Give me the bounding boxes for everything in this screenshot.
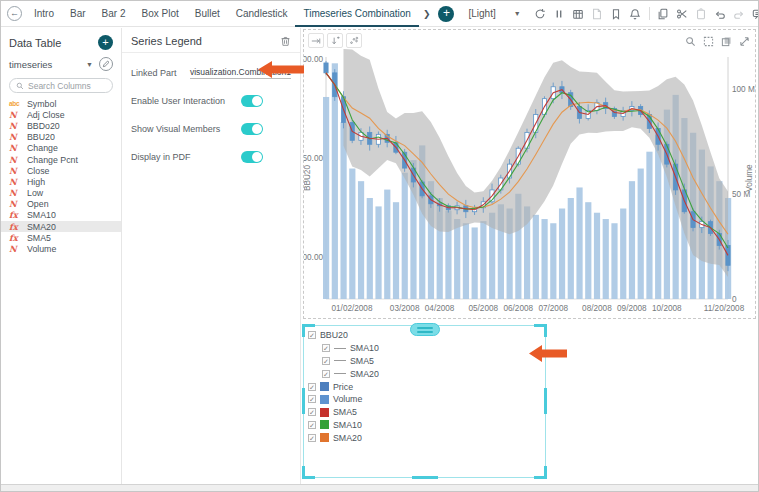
column-item-sma5[interactable]: fxSMA5 xyxy=(1,232,121,243)
legend-label: SMA20 xyxy=(333,433,362,443)
checkbox-checked[interactable]: ✓ xyxy=(322,357,330,365)
tab-bar-2[interactable]: Bar 2 xyxy=(94,1,134,27)
color-swatch-icon xyxy=(320,395,329,404)
add-data-table-button[interactable]: + xyxy=(98,35,113,50)
add-dashboard-button[interactable]: + xyxy=(438,6,454,22)
property-row: Enable User Interaction xyxy=(122,95,300,107)
table-select[interactable]: timeseries xyxy=(9,59,86,70)
property-label: Enable User Interaction xyxy=(131,96,241,107)
bookmark-icon[interactable] xyxy=(607,6,626,22)
num-type-icon: N xyxy=(9,177,23,187)
tab-candlestick[interactable]: Candlestick xyxy=(228,1,296,27)
tab-bullet[interactable]: Bullet xyxy=(187,1,228,27)
color-swatch-icon xyxy=(320,408,329,417)
selection-corner-handle[interactable] xyxy=(534,466,547,479)
notifications-bell-icon[interactable] xyxy=(626,6,645,22)
redo-icon[interactable] xyxy=(730,6,749,22)
refresh-icon[interactable] xyxy=(531,6,550,22)
column-item-symbol[interactable]: abcSymbol xyxy=(1,98,121,109)
selection-corner-handle[interactable] xyxy=(534,324,547,337)
checkbox-checked[interactable]: ✓ xyxy=(322,344,330,352)
copy-icon[interactable] xyxy=(654,6,673,22)
column-item-adj-close[interactable]: NAdj Close xyxy=(1,109,121,120)
comments-icon[interactable] xyxy=(749,6,759,22)
selection-edge-handle[interactable] xyxy=(412,476,438,479)
toggle-display-in-pdf[interactable] xyxy=(241,151,263,163)
tab-timeseries-combination[interactable]: Timeseries Combination xyxy=(295,1,418,27)
column-label: Close xyxy=(27,166,50,176)
pause-icon[interactable] xyxy=(550,6,569,22)
delete-trash-icon[interactable] xyxy=(280,35,291,47)
legend-item-price[interactable]: ✓Price xyxy=(304,380,545,393)
legend-item-sma20[interactable]: ✓SMA20 xyxy=(304,431,545,444)
column-item-sma20[interactable]: fxSMA20 xyxy=(1,221,121,232)
column-item-open[interactable]: NOpen xyxy=(1,199,121,210)
column-item-sma10[interactable]: fxSMA10 xyxy=(1,210,121,221)
cut-scissors-icon[interactable] xyxy=(673,6,692,22)
selection-edge-handle[interactable] xyxy=(544,388,547,414)
column-item-high[interactable]: NHigh xyxy=(1,176,121,187)
annotation-arrow-legend xyxy=(529,345,567,362)
series-legend-part[interactable]: ✓BBU20✓SMA10✓SMA5✓SMA20✓Price✓Volume✓SMA… xyxy=(303,325,546,478)
selection-corner-handle[interactable] xyxy=(302,466,315,479)
column-item-volume[interactable]: NVolume xyxy=(1,243,121,254)
theme-select[interactable]: [Light] ▼ xyxy=(468,8,520,19)
toggle-show-visual-members[interactable] xyxy=(241,123,263,135)
column-item-close[interactable]: NClose xyxy=(1,165,121,176)
drag-handle[interactable] xyxy=(410,323,440,336)
tab-box-plot[interactable]: Box Plot xyxy=(133,1,186,27)
series-legend-properties-panel: Series Legend Linked Part visualization.… xyxy=(122,28,301,484)
back-button[interactable]: ← xyxy=(7,6,22,21)
column-item-change[interactable]: NChange xyxy=(1,143,121,154)
num-type-icon: N xyxy=(9,121,23,131)
legend-item-sma10[interactable]: ✓SMA10 xyxy=(304,419,545,432)
legend-item-volume[interactable]: ✓Volume xyxy=(304,393,545,406)
line-swatch-icon xyxy=(334,373,346,374)
svg-text:200.00: 200.00 xyxy=(304,55,323,64)
svg-text:03/2008: 03/2008 xyxy=(390,304,420,313)
svg-text:BBU20: BBU20 xyxy=(304,165,312,191)
checkbox-checked[interactable]: ✓ xyxy=(308,421,316,429)
checkbox-checked[interactable]: ✓ xyxy=(308,395,316,403)
color-swatch-icon xyxy=(320,420,329,429)
toolbar-icons xyxy=(531,6,759,22)
paste-icon[interactable] xyxy=(692,6,711,22)
column-label: Adj Close xyxy=(27,110,65,120)
toggle-enable-user-interaction[interactable] xyxy=(241,95,263,107)
legend-item-sma10[interactable]: ✓SMA10 xyxy=(304,342,545,355)
checkbox-checked[interactable]: ✓ xyxy=(322,370,330,378)
column-item-bbu20[interactable]: NBBU20 xyxy=(1,132,121,143)
legend-item-sma5[interactable]: ✓SMA5 xyxy=(304,355,545,368)
scatter-points-button[interactable] xyxy=(346,33,362,48)
edit-table-button[interactable] xyxy=(99,57,113,71)
tab-bar[interactable]: Bar xyxy=(62,1,94,27)
pencil-icon xyxy=(102,60,110,68)
svg-text:07/2008: 07/2008 xyxy=(538,304,568,313)
svg-text:100.00: 100.00 xyxy=(304,253,323,262)
search-columns-input[interactable]: Search Columns xyxy=(9,78,113,93)
parameters-grid-icon[interactable] xyxy=(569,6,588,22)
divider xyxy=(649,7,650,20)
checkbox-checked[interactable]: ✓ xyxy=(308,408,316,416)
tabs-overflow-chevron-icon[interactable]: ❯ xyxy=(419,1,435,27)
column-item-low[interactable]: NLow xyxy=(1,188,121,199)
undo-icon[interactable] xyxy=(711,6,730,22)
column-item-bbdo20[interactable]: NBBDo20 xyxy=(1,120,121,131)
svg-text:Volume: Volume xyxy=(745,164,754,192)
legend-item-sma20[interactable]: ✓SMA20 xyxy=(304,367,545,380)
checkbox-checked[interactable]: ✓ xyxy=(308,434,316,442)
svg-text:10/2008: 10/2008 xyxy=(652,304,682,313)
export-pdf-icon[interactable] xyxy=(588,6,607,22)
selection-edge-handle[interactable] xyxy=(302,388,305,414)
num-type-icon: N xyxy=(9,110,23,120)
legend-item-sma5[interactable]: ✓SMA5 xyxy=(304,406,545,419)
checkbox-checked[interactable]: ✓ xyxy=(308,383,316,391)
timeseries-combination-chart[interactable]: 200.00150.00100.00BBU20100 M50 M0Volume0… xyxy=(304,49,755,317)
column-item-change-pcnt[interactable]: NChange Pcnt xyxy=(1,154,121,165)
column-list: abcSymbolNAdj CloseNBBDo20NBBU20NChangeN… xyxy=(1,98,121,255)
selection-corner-handle[interactable] xyxy=(302,324,315,337)
pan-horizontal-button[interactable] xyxy=(308,33,324,48)
zoom-y-axis-button[interactable] xyxy=(327,33,343,48)
combination-chart-part[interactable]: 200.00150.00100.00BBU20100 M50 M0Volume0… xyxy=(303,29,756,319)
tab-intro[interactable]: Intro xyxy=(26,1,62,27)
